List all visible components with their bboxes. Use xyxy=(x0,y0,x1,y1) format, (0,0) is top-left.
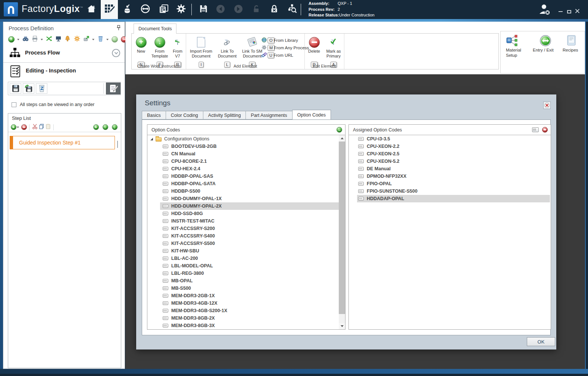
option-code-item[interactable]: BOOTDEV-USB-2GB xyxy=(160,143,339,150)
option-code-item[interactable]: MEM-DDR3-8GB-2X xyxy=(160,314,339,322)
scroll-up-button[interactable] xyxy=(339,135,345,142)
delete-activity-button[interactable] xyxy=(97,36,104,43)
option-codes-tree[interactable]: Configuration Options BOOTDEV-USB-2GB xyxy=(147,135,345,329)
cut-step-button[interactable] xyxy=(31,124,38,131)
close-dialog-button[interactable] xyxy=(543,102,551,109)
shuffle-button[interactable] xyxy=(46,36,52,43)
assigned-option-code-item[interactable]: DPMOD-NFP32XX xyxy=(357,173,550,180)
config-button[interactable] xyxy=(74,36,80,43)
assigned-option-code-item[interactable]: CPU-i3-3.5 xyxy=(357,135,550,143)
mark-as-primary-button[interactable]: Mark as Primary A xyxy=(323,35,344,65)
option-code-item[interactable]: LBL-REG-3800 xyxy=(160,270,339,277)
option-code-item[interactable]: KIT-ACCSSRY-S400 xyxy=(160,232,339,240)
status-go-button[interactable] xyxy=(111,36,118,43)
unlock-button[interactable] xyxy=(248,0,265,19)
edit-work-instruction-button[interactable] xyxy=(106,83,121,94)
settings-tab[interactable]: Part Assignments xyxy=(245,111,292,119)
assigned-option-code-item[interactable]: FPIO-OPAL xyxy=(357,180,550,187)
assign-option-code-button[interactable] xyxy=(337,127,342,133)
step-item-guided-inspection[interactable]: Guided Inspection Step #1 xyxy=(10,136,115,149)
close-window-button[interactable] xyxy=(573,8,581,15)
home-button[interactable] xyxy=(83,0,100,19)
tree-root-configuration-options[interactable]: Configuration Options xyxy=(147,135,339,143)
option-code-item[interactable]: LBL-AC-200 xyxy=(160,255,339,262)
settings-tab[interactable]: Color Coding xyxy=(166,111,203,119)
assigned-option-code-item[interactable]: CPU-XEON-2.2 xyxy=(357,143,550,150)
option-code-item[interactable]: INSTR-TEST-MITAC xyxy=(160,217,339,225)
option-code-item[interactable]: HDDBP-OPAL-SAS xyxy=(160,173,339,180)
maximize-button[interactable] xyxy=(565,8,573,15)
option-code-item[interactable]: LBL-MODEL-OPAL xyxy=(160,262,339,270)
remove-assigned-code-button[interactable] xyxy=(542,127,548,133)
export-button[interactable] xyxy=(83,36,90,43)
alert-button[interactable] xyxy=(64,36,71,43)
from-template-button[interactable]: From Template F xyxy=(150,35,169,65)
logout-user-button[interactable] xyxy=(537,3,553,18)
assigned-option-code-item[interactable]: CPU-XEON-5.2 xyxy=(357,158,550,165)
expand-process-flow-button[interactable] xyxy=(112,49,120,57)
add-activity-button[interactable] xyxy=(8,36,15,43)
save-as-template-button[interactable] xyxy=(23,83,34,94)
assigned-option-code-item[interactable]: HDDADAP-OPAL xyxy=(357,195,550,202)
tab-document-tools[interactable]: Document Tools xyxy=(134,24,176,34)
print-dropdown-caret-icon[interactable] xyxy=(41,39,43,41)
option-code-item[interactable]: KIT-ACCSSRY-S500 xyxy=(160,240,339,247)
paste-step-button[interactable] xyxy=(45,124,51,131)
delete-element-button[interactable]: Delete D xyxy=(306,35,323,65)
from-library-button[interactable]: O From Library xyxy=(262,37,304,44)
process-editor-button[interactable] xyxy=(101,0,118,19)
insert-step-button[interactable] xyxy=(93,124,99,131)
assigned-option-codes-list-body[interactable]: CPU-i3-3.5 CPU-XEON-2.2 CPU-XEON-2.5 xyxy=(349,135,551,329)
option-code-item[interactable]: MEM-DDR3-8GB-3X xyxy=(160,322,339,329)
option-code-item[interactable]: CPU-8CORE-2.1 xyxy=(160,158,339,165)
assigned-option-code-item[interactable]: DE Manual xyxy=(357,165,550,173)
vertical-scrollbar[interactable] xyxy=(339,135,345,329)
option-code-item[interactable]: KIT-ACCSSRY-S200 xyxy=(160,225,339,232)
delete-step-button[interactable] xyxy=(36,83,47,94)
option-code-item[interactable]: CPU-HEX-2.4 xyxy=(160,165,339,173)
option-code-item[interactable]: MEM-DDR3-4GB-12X xyxy=(160,299,339,307)
move-step-up-button[interactable] xyxy=(102,124,109,131)
presentation-button[interactable] xyxy=(55,36,62,43)
reports-button[interactable] xyxy=(155,0,172,19)
new-button[interactable]: New N xyxy=(133,35,149,65)
pin-icon[interactable] xyxy=(116,25,121,32)
sync-button[interactable] xyxy=(137,0,154,19)
entry-exit-button[interactable]: Entry / Exit xyxy=(533,35,558,53)
option-code-item[interactable]: MEM-DDR3-2GB-1X xyxy=(160,292,339,299)
step-expand-chevron[interactable] xyxy=(117,141,118,147)
process-flow-row[interactable]: Process Flow xyxy=(3,45,125,62)
edit-assigned-codes-button[interactable] xyxy=(532,127,539,132)
remove-step-button[interactable] xyxy=(21,124,27,131)
material-setup-button[interactable]: Material Setup xyxy=(506,35,525,58)
link-to-document-button[interactable]: Link To Document L xyxy=(216,35,238,65)
add-dropdown-caret-icon[interactable] xyxy=(17,39,19,41)
ok-button[interactable]: OK xyxy=(527,337,555,346)
find-button[interactable] xyxy=(22,36,29,43)
any-order-checkbox[interactable] xyxy=(12,102,16,107)
option-code-item[interactable]: MB-S500 xyxy=(160,285,339,292)
option-code-item[interactable]: HDD-SSD-80G xyxy=(160,210,339,217)
save-step-button[interactable] xyxy=(10,83,21,94)
assigned-option-code-item[interactable]: CPU-XEON-2.5 xyxy=(357,150,550,158)
tree-expander-icon[interactable] xyxy=(150,138,153,140)
option-code-item[interactable]: HDD-DUMMY-OPAL-1X xyxy=(160,195,339,202)
assigned-option-code-item[interactable]: FPIO-SUNSTONE-S500 xyxy=(357,187,550,195)
scroll-down-button[interactable] xyxy=(339,323,345,329)
option-code-item[interactable]: MEM-DDR3-4GB-S200-1X xyxy=(160,307,339,314)
add-step-button[interactable] xyxy=(10,124,17,131)
option-code-item[interactable]: HDD-DUMMY-OPAL-2X xyxy=(160,202,339,210)
import-from-document-button[interactable]: Import From Document I xyxy=(188,35,215,65)
from-url-button[interactable]: U From URL xyxy=(262,52,304,59)
option-code-item[interactable]: CN Manual xyxy=(160,150,339,158)
settings-tab[interactable]: Activity Splitting xyxy=(203,111,246,119)
forward-button[interactable] xyxy=(230,0,247,19)
option-code-item[interactable]: MB-OPAL xyxy=(160,277,339,285)
option-code-item[interactable]: KIT-HW-SBU xyxy=(160,247,339,255)
recipes-button[interactable]: Recipes xyxy=(563,35,581,53)
data-import-button[interactable] xyxy=(119,0,136,19)
save-button[interactable] xyxy=(195,0,212,19)
scrollbar-thumb[interactable] xyxy=(339,142,345,314)
settings-tab[interactable]: Basics xyxy=(142,111,166,119)
link-to-sm-document-button[interactable]: Link To SM Document K xyxy=(240,35,265,65)
